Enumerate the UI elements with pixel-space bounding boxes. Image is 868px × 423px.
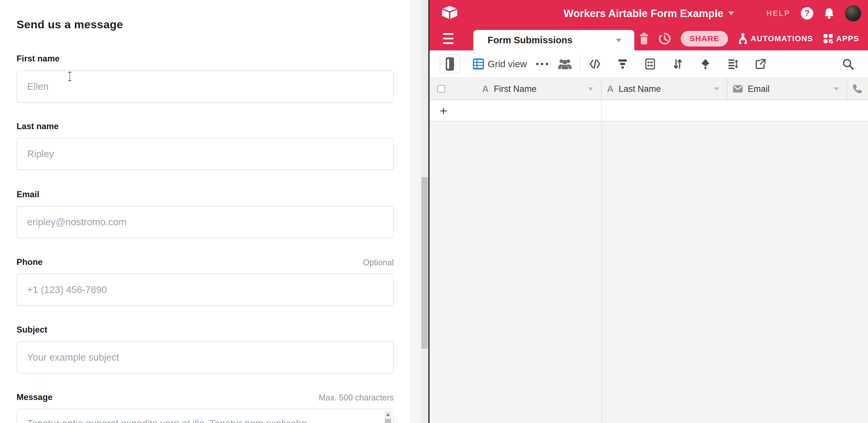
- primary-column-divider: [601, 122, 602, 423]
- scroll-up-arrow-icon[interactable]: [386, 413, 390, 416]
- active-table-name: Form Submissions: [488, 35, 572, 46]
- last-name-input[interactable]: [17, 138, 394, 170]
- airtable-topbar: Workers Airtable Form Example HELP ?: [430, 0, 868, 27]
- row-height-button[interactable]: [727, 58, 739, 69]
- color-button[interactable]: [700, 58, 711, 69]
- view-sidebar-toggle-button[interactable]: [440, 55, 460, 73]
- history-icon[interactable]: [659, 33, 671, 44]
- column-header-last-name[interactable]: A Last Name: [601, 78, 727, 100]
- phone-label: Phone: [17, 257, 42, 267]
- view-switcher[interactable]: Grid view: [473, 58, 527, 69]
- search-icon[interactable]: [842, 58, 854, 70]
- column-caret-icon[interactable]: [834, 87, 839, 91]
- trash-icon[interactable]: [640, 33, 649, 44]
- tab-form-submissions[interactable]: Form Submissions: [473, 30, 634, 51]
- column-header-email[interactable]: Email: [727, 78, 847, 100]
- help-question-icon[interactable]: ?: [801, 7, 813, 20]
- textarea-scrollbar[interactable]: [384, 411, 392, 423]
- text-cursor-icon: [67, 72, 72, 81]
- message-placeholder: Tenetur optio quaerat expedita vero et i…: [27, 418, 307, 423]
- email-input[interactable]: [17, 206, 394, 238]
- email-label: Email: [17, 190, 39, 199]
- share-view-button[interactable]: [755, 58, 766, 69]
- primary-column-divider: [601, 100, 602, 121]
- phone-optional-note: Optional: [363, 258, 394, 267]
- notifications-bell-icon[interactable]: [824, 8, 834, 19]
- hide-fields-button[interactable]: [589, 58, 600, 69]
- help-button[interactable]: HELP: [766, 9, 790, 18]
- airtable-tabbar: Form Submissions: [430, 27, 868, 51]
- contact-form-pane: Send us a message First name Last name E…: [0, 0, 410, 423]
- subject-input[interactable]: [17, 341, 394, 373]
- page-title: Send us a message: [17, 18, 123, 31]
- last-name-label: Last name: [17, 122, 59, 131]
- automations-button[interactable]: AUTOMATIONS: [738, 33, 813, 44]
- panel-toggle-icon: [446, 57, 454, 71]
- first-name-input[interactable]: [17, 70, 394, 103]
- add-record-row[interactable]: +: [430, 100, 868, 121]
- base-title-caret-icon[interactable]: [728, 11, 734, 15]
- phone-input[interactable]: [17, 274, 394, 306]
- base-title[interactable]: Workers Airtable Form Example: [563, 7, 723, 20]
- column-header-phone[interactable]: Phone: [847, 78, 868, 100]
- group-button[interactable]: [645, 58, 656, 69]
- view-name: Grid view: [488, 59, 527, 69]
- sort-button[interactable]: [672, 58, 683, 69]
- page-scrollbar-thumb[interactable]: [421, 177, 428, 349]
- message-max-chars-note: Max. 500 characters: [319, 393, 394, 402]
- column-header-first-name[interactable]: A First Name: [430, 78, 601, 100]
- screenshot-root: Send us a message First name Last name E…: [0, 0, 868, 423]
- phone-field-icon: [852, 84, 862, 94]
- view-options-ellipsis-icon[interactable]: [536, 63, 548, 65]
- column-caret-icon[interactable]: [588, 87, 593, 91]
- toolbar-divider: [580, 56, 580, 72]
- grid-header-row: A First Name A Last Name Email: [430, 78, 868, 100]
- tables-menu-icon[interactable]: [443, 33, 454, 44]
- grid-view-icon: [473, 58, 484, 69]
- automations-icon: [738, 33, 748, 44]
- apps-icon: [823, 34, 833, 44]
- share-button[interactable]: SHARE: [681, 31, 728, 47]
- text-field-icon: A: [607, 84, 614, 94]
- message-textarea[interactable]: Tenetur optio quaerat expedita vero et i…: [17, 409, 394, 423]
- table-caret-icon[interactable]: [616, 39, 621, 42]
- first-name-label: First name: [17, 54, 60, 63]
- collaborators-icon[interactable]: [558, 58, 572, 69]
- pane-gutter: [410, 0, 430, 423]
- grid-empty-area: [430, 122, 868, 423]
- message-label: Message: [17, 392, 53, 402]
- view-toolbar: Grid view: [430, 51, 868, 78]
- filter-button[interactable]: [617, 58, 628, 69]
- apps-button[interactable]: APPS: [823, 34, 859, 44]
- email-field-icon: [733, 85, 743, 92]
- column-caret-icon[interactable]: [714, 87, 719, 91]
- add-record-plus-icon[interactable]: +: [440, 103, 447, 118]
- textarea-scroll-thumb[interactable]: [385, 419, 391, 423]
- text-field-icon: A: [482, 84, 489, 94]
- airtable-pane: Workers Airtable Form Example HELP ? For…: [430, 0, 868, 423]
- subject-label: Subject: [17, 325, 48, 335]
- user-avatar[interactable]: [845, 5, 861, 22]
